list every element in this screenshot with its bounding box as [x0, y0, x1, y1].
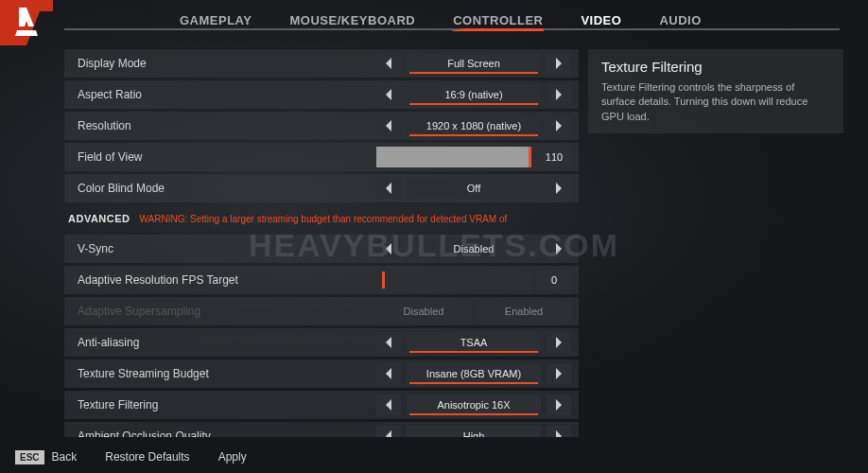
tab-controller[interactable]: CONTROLLER [434, 8, 562, 37]
setting-display-mode[interactable]: Display Mode Full Screen [64, 49, 579, 78]
prev-arrow[interactable] [376, 426, 401, 437]
restore-defaults-button[interactable]: Restore Defaults [105, 450, 189, 464]
setting-label: Texture Filtering [64, 398, 376, 412]
setting-aspect-ratio[interactable]: Aspect Ratio 16:9 (native) [64, 80, 579, 109]
setting-label: Display Mode [64, 57, 376, 70]
prev-arrow[interactable] [376, 178, 401, 199]
fov-slider[interactable] [376, 147, 531, 167]
setting-value[interactable]: Off [407, 178, 541, 199]
toggle-disabled: Disabled [376, 301, 471, 322]
setting-label: Texture Streaming Budget [64, 367, 376, 380]
setting-label: Adaptive Supersampling [64, 305, 376, 318]
setting-value[interactable]: Anisotropic 16X [407, 394, 541, 415]
settings-list: Display Mode Full Screen Aspect Ratio 16… [64, 49, 579, 437]
next-arrow[interactable] [547, 394, 571, 415]
next-arrow[interactable] [547, 363, 571, 384]
prev-arrow[interactable] [376, 238, 401, 259]
footer-bar: ESC Back Restore Defaults Apply [0, 441, 868, 473]
prev-arrow[interactable] [376, 332, 401, 353]
setting-vsync[interactable]: V-Sync Disabled [64, 235, 579, 263]
adaptive-fps-value: 0 [537, 270, 571, 290]
setting-colorblind[interactable]: Color Blind Mode Off [64, 174, 579, 202]
tab-gameplay[interactable]: GAMEPLAY [161, 8, 270, 37]
prev-arrow[interactable] [376, 115, 401, 136]
setting-label: Resolution [64, 119, 376, 132]
info-panel: Texture Filtering Texture Filtering cont… [588, 49, 843, 133]
tab-video[interactable]: VIDEO [562, 8, 640, 37]
info-title: Texture Filtering [601, 59, 830, 75]
toggle-enabled: Enabled [477, 301, 571, 322]
setting-label: Ambient Occlusion Quality [64, 429, 376, 437]
next-arrow[interactable] [547, 178, 571, 199]
setting-value[interactable]: 16:9 (native) [407, 84, 541, 105]
setting-value[interactable]: Full Screen [407, 53, 541, 74]
setting-fov[interactable]: Field of View 110 [64, 143, 579, 171]
back-label: Back [52, 450, 78, 464]
setting-label: Adaptive Resolution FPS Target [64, 273, 376, 287]
tabs-bar: GAMEPLAY MOUSE/KEYBOARD CONTROLLER VIDEO… [161, 8, 720, 37]
setting-value[interactable]: High [407, 426, 541, 437]
prev-arrow[interactable] [376, 84, 401, 105]
setting-label: Color Blind Mode [64, 182, 376, 195]
setting-value[interactable]: 1920 x 1080 (native) [407, 115, 541, 136]
active-tab-indicator [463, 28, 544, 31]
apex-logo [0, 0, 53, 53]
prev-arrow[interactable] [376, 53, 401, 74]
next-arrow[interactable] [547, 115, 571, 136]
prev-arrow[interactable] [376, 394, 401, 415]
section-advanced: ADVANCED WARNING: Setting a larger strea… [64, 205, 579, 232]
setting-ambient-occlusion[interactable]: Ambient Occlusion Quality High [64, 422, 579, 437]
setting-label: V-Sync [64, 242, 376, 255]
back-button[interactable]: ESC Back [15, 450, 77, 464]
esc-key-icon: ESC [15, 450, 44, 464]
setting-texture-budget[interactable]: Texture Streaming Budget Insane (8GB VRA… [64, 359, 579, 388]
next-arrow[interactable] [547, 426, 571, 437]
tab-mouse-keyboard[interactable]: MOUSE/KEYBOARD [270, 8, 434, 37]
fov-value: 110 [537, 147, 571, 167]
setting-texture-filtering[interactable]: Texture Filtering Anisotropic 16X [64, 391, 579, 419]
setting-resolution[interactable]: Resolution 1920 x 1080 (native) [64, 112, 579, 140]
section-label: ADVANCED [68, 213, 130, 224]
setting-label: Aspect Ratio [64, 88, 376, 101]
prev-arrow[interactable] [376, 363, 401, 384]
next-arrow[interactable] [547, 332, 571, 353]
setting-value[interactable]: Insane (8GB VRAM) [407, 363, 541, 384]
tab-audio[interactable]: AUDIO [640, 8, 720, 37]
apply-button[interactable]: Apply [218, 450, 247, 464]
adaptive-fps-slider[interactable] [376, 270, 531, 290]
next-arrow[interactable] [547, 84, 571, 105]
setting-label: Field of View [64, 150, 376, 164]
setting-value[interactable]: Disabled [407, 238, 541, 259]
setting-adaptive-fps[interactable]: Adaptive Resolution FPS Target 0 [64, 266, 579, 294]
setting-label: Anti-aliasing [64, 336, 376, 349]
setting-antialiasing[interactable]: Anti-aliasing TSAA [64, 328, 579, 357]
section-warning: WARNING: Setting a larger streaming budg… [140, 214, 508, 224]
next-arrow[interactable] [547, 53, 571, 74]
setting-adaptive-supersampling: Adaptive Supersampling Disabled Enabled [64, 297, 579, 325]
next-arrow[interactable] [547, 238, 571, 259]
info-description: Texture Filtering controls the sharpness… [601, 80, 830, 124]
setting-value[interactable]: TSAA [407, 332, 541, 353]
